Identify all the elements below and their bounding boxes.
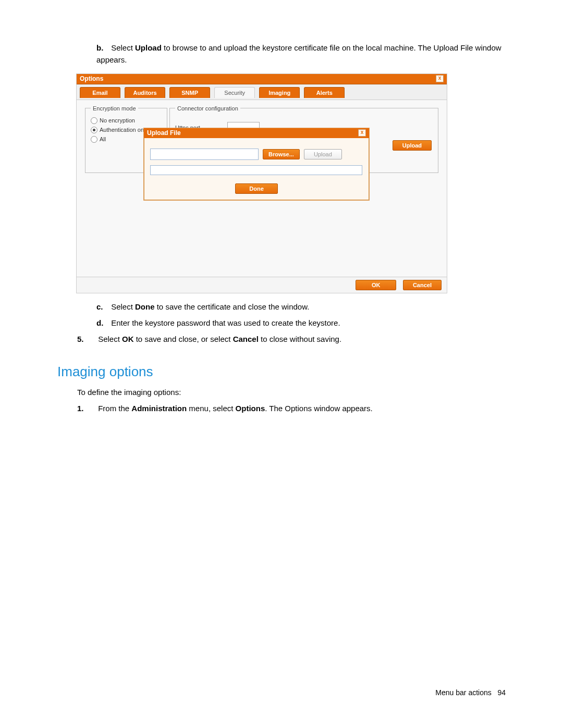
dialog-button-bar: OK Cancel (77, 277, 447, 293)
instr-c-bold: Done (135, 302, 155, 311)
tab-auditors[interactable]: Auditors (125, 87, 165, 98)
close-icon[interactable]: x (436, 75, 444, 82)
modal-close-icon[interactable]: x (358, 129, 366, 137)
marker-d: d. (96, 317, 109, 329)
ok-button[interactable]: OK (356, 280, 397, 290)
page-footer: Menu bar actions 94 (435, 688, 506, 697)
upload-file-modal: Upload File x Browse... Upload Done (143, 128, 370, 201)
instr-b-bold: Upload (135, 43, 162, 52)
instr-5-bold1: OK (122, 335, 134, 343)
instruction-b: b. Select Upload to browse to and upload… (96, 42, 506, 66)
step1-bold2: Options (236, 404, 265, 413)
instruction-5: 5. Select OK to save and close, or selec… (77, 333, 506, 345)
step1-bold1: Administration (131, 404, 187, 413)
label-all: All (100, 136, 106, 142)
upload-progress (150, 165, 362, 175)
encryption-legend: Encryption mode (91, 105, 138, 112)
page-number: 94 (497, 688, 506, 697)
upload-button-outer[interactable]: Upload (393, 140, 432, 151)
instr-c-post: to save the certificate and close the wi… (155, 302, 310, 311)
marker-5: 5. (77, 333, 96, 345)
marker-b: b. (96, 42, 109, 54)
label-no-encryption: No encryption (100, 117, 135, 124)
modal-title: Upload File (147, 129, 181, 137)
done-button[interactable]: Done (235, 183, 278, 194)
footer-text: Menu bar actions (435, 688, 491, 697)
section-heading: Imaging options (57, 364, 506, 380)
window-titlebar: Options x (77, 74, 447, 84)
tab-alerts[interactable]: Alerts (304, 87, 345, 98)
cancel-button[interactable]: Cancel (403, 280, 442, 290)
tab-email[interactable]: Email (80, 87, 120, 98)
step1-mid: menu, select (187, 404, 235, 413)
connector-legend: Connector configuration (175, 105, 240, 112)
instr-5-post: to close without saving. (259, 335, 341, 343)
modal-titlebar: Upload File x (144, 128, 369, 138)
tab-imaging[interactable]: Imaging (259, 87, 300, 98)
tab-snmp[interactable]: SNMP (169, 87, 210, 98)
instr-5-pre: Select (98, 335, 122, 343)
instruction-c: c. Select Done to save the certificate a… (96, 301, 506, 313)
instruction-d: d. Enter the keystore password that was … (96, 317, 506, 329)
tab-bar: Email Auditors SNMP Security Imaging Ale… (77, 84, 447, 100)
modal-upload-button[interactable]: Upload (304, 149, 342, 159)
instr-5-bold2: Cancel (233, 335, 259, 343)
window-title: Options (80, 75, 103, 82)
instr-b-pre: Select (111, 43, 135, 52)
radio-no-encryption[interactable] (91, 117, 97, 124)
step-1: 1. From the Administration menu, select … (77, 404, 506, 413)
marker-1: 1. (77, 404, 96, 413)
marker-c: c. (96, 301, 109, 313)
file-path-input[interactable] (150, 149, 259, 160)
browse-button[interactable]: Browse... (263, 149, 300, 159)
step1-pre: From the (98, 404, 131, 413)
instr-d-text: Enter the keystore password that was use… (111, 318, 340, 327)
tab-security[interactable]: Security (214, 87, 255, 98)
section-intro: To define the imaging options: (77, 386, 506, 398)
radio-auth[interactable] (91, 127, 97, 133)
options-window-screenshot: Options x Email Auditors SNMP Security I… (76, 73, 447, 293)
radio-all[interactable] (91, 136, 97, 143)
label-auth: Authentication on (100, 127, 144, 133)
instr-c-pre: Select (111, 302, 135, 311)
tab-content: Encryption mode No encryption Authentica… (77, 100, 447, 293)
step1-post: . The Options window appears. (265, 404, 373, 413)
instr-5-mid: to save and close, or select (134, 335, 233, 343)
